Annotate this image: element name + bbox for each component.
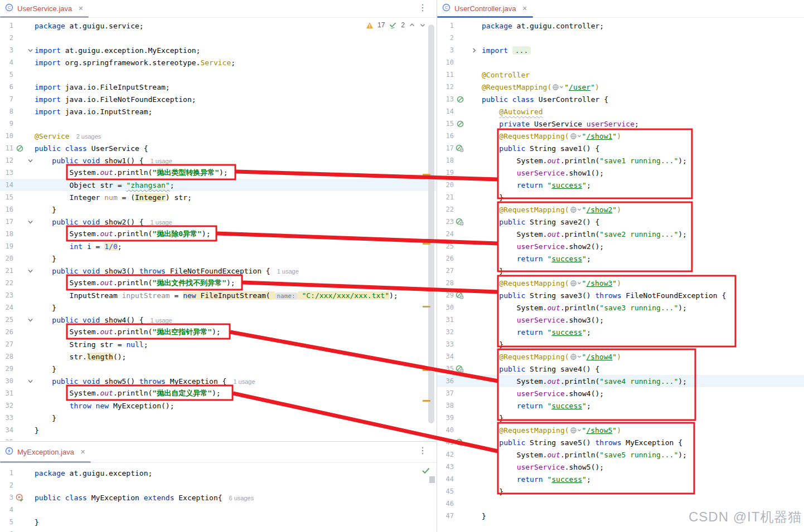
runnable-class-icon[interactable] — [13, 494, 26, 502]
code-text[interactable]: } — [35, 365, 436, 373]
line-number[interactable]: 14 — [0, 181, 13, 189]
line-number[interactable]: 1 — [0, 469, 13, 477]
code-text[interactable]: return "success"; — [482, 255, 804, 263]
line-number[interactable]: 30 — [0, 377, 13, 385]
line-number[interactable]: 6 — [0, 83, 13, 91]
line-number[interactable]: 15 — [0, 193, 13, 201]
usage-hint[interactable]: 1 usage — [277, 268, 299, 275]
code-text[interactable]: @RequestMapping("/show2") — [482, 206, 804, 214]
line-number[interactable]: 4 — [0, 58, 13, 66]
line-number[interactable]: 28 — [437, 279, 454, 287]
code-area-userservice[interactable]: 1package at.guigu.service;23import at.gu… — [0, 18, 436, 441]
code-text[interactable]: String str = null; — [35, 340, 436, 349]
line-number[interactable]: 32 — [437, 328, 454, 336]
code-text[interactable]: import java.io.FileInputStream; — [35, 83, 436, 91]
line-number[interactable]: 31 — [0, 389, 13, 397]
line-number[interactable]: 3 — [0, 46, 13, 54]
request-mapping-icon[interactable] — [454, 144, 466, 153]
code-text[interactable]: userService.show1(); — [482, 169, 804, 177]
line-number[interactable]: 19 — [437, 169, 454, 177]
url-globe-icon[interactable] — [570, 133, 582, 140]
code-text[interactable]: } — [482, 487, 804, 496]
close-icon[interactable]: ✕ — [78, 5, 83, 12]
line-number[interactable]: 36 — [437, 377, 454, 385]
line-number[interactable]: 29 — [0, 365, 13, 373]
line-number[interactable]: 35 — [0, 438, 13, 441]
code-text[interactable]: throw new MyException(); — [35, 402, 436, 410]
line-number[interactable]: 18 — [437, 157, 454, 164]
line-number[interactable]: 33 — [437, 340, 454, 348]
line-number[interactable]: 41 — [437, 438, 454, 446]
line-number[interactable]: 27 — [0, 340, 13, 348]
more-options-icon[interactable]: ⋮ — [418, 445, 427, 456]
request-mapping-icon[interactable] — [454, 218, 466, 226]
line-number[interactable]: 18 — [0, 230, 13, 238]
warning-stripe-mark[interactable] — [423, 400, 430, 402]
code-text[interactable]: return "success"; — [482, 328, 804, 336]
code-text[interactable]: import java.io.InputStream; — [35, 108, 436, 116]
tab-usercontroller[interactable]: C UserController.java ✕ — [437, 0, 533, 17]
usage-hint[interactable]: 1 usage — [151, 158, 172, 164]
fold-toggle-icon[interactable] — [466, 47, 482, 53]
fold-toggle-icon[interactable] — [26, 378, 35, 384]
code-text[interactable]: @RequestMapping("/show4") — [482, 353, 804, 361]
code-text[interactable]: } — [35, 518, 436, 526]
line-number[interactable]: 31 — [437, 316, 454, 324]
code-text[interactable]: @RequestMapping("/show3") — [482, 279, 804, 287]
fold-toggle-icon[interactable] — [26, 158, 35, 164]
tab-userservice[interactable]: C UserService.java ✕ — [0, 0, 89, 17]
warning-stripe-mark[interactable] — [423, 306, 430, 308]
line-number[interactable]: 10 — [437, 58, 454, 66]
line-number[interactable]: 23 — [437, 218, 454, 226]
line-number[interactable]: 11 — [0, 144, 13, 152]
code-text[interactable]: System.out.println("抛出自定义异常"); — [35, 388, 436, 398]
code-area-usercontroller[interactable]: 1package at.guigu.controller;23import ..… — [437, 18, 804, 522]
code-text[interactable]: public void show3() throws FileNotFoundE… — [35, 267, 436, 275]
line-number[interactable]: 46 — [437, 500, 454, 507]
line-number[interactable]: 28 — [0, 353, 13, 360]
code-text[interactable]: System.out.println("save1 running..."); — [482, 157, 804, 165]
code-text[interactable]: } — [35, 255, 436, 263]
line-number[interactable]: 15 — [437, 120, 454, 128]
fold-toggle-icon[interactable] — [26, 47, 35, 53]
line-number[interactable]: 5 — [0, 518, 13, 526]
spring-bean-icon[interactable] — [13, 145, 26, 152]
code-text[interactable]: } — [482, 193, 804, 202]
line-number[interactable]: 22 — [437, 206, 454, 213]
code-text[interactable]: } — [35, 426, 436, 435]
code-text[interactable]: package at.guigu.exception; — [35, 469, 436, 477]
line-number[interactable]: 32 — [0, 402, 13, 409]
code-text[interactable]: public String save1() { — [482, 144, 804, 153]
line-number[interactable]: 35 — [437, 365, 454, 373]
usage-hint[interactable]: 1 usage — [151, 219, 172, 226]
code-text[interactable]: } — [35, 206, 436, 214]
line-number[interactable]: 14 — [437, 108, 454, 115]
line-number[interactable]: 5 — [0, 71, 13, 79]
code-text[interactable]: userService.show4(); — [482, 389, 804, 398]
line-number[interactable]: 1 — [0, 22, 13, 30]
line-number[interactable]: 12 — [0, 157, 13, 164]
line-number[interactable]: 24 — [437, 230, 454, 238]
line-number[interactable]: 42 — [437, 451, 454, 458]
line-number[interactable]: 44 — [437, 475, 454, 483]
code-text[interactable]: public void show2() {1 usage — [35, 218, 436, 226]
line-number[interactable]: 30 — [437, 304, 454, 311]
spring-bean-icon[interactable] — [454, 96, 466, 103]
code-text[interactable]: public class UserService { — [35, 144, 436, 153]
code-text[interactable]: public String save3() throws FileNotFoun… — [482, 291, 804, 300]
url-globe-icon[interactable] — [570, 427, 582, 434]
code-text[interactable]: userService.show2(); — [482, 242, 804, 251]
line-number[interactable]: 13 — [437, 95, 454, 103]
code-text[interactable]: public String save4() { — [482, 365, 804, 373]
line-number[interactable]: 21 — [437, 193, 454, 201]
fold-toggle-icon[interactable] — [26, 317, 35, 323]
line-number[interactable]: 10 — [0, 132, 13, 140]
line-number[interactable]: 19 — [0, 242, 13, 250]
next-problem-icon[interactable] — [419, 22, 426, 28]
line-number[interactable]: 16 — [437, 132, 454, 140]
code-text[interactable]: System.out.println("抛出空指针异常"); — [35, 327, 436, 337]
code-text[interactable]: System.out.println("抛出类型转换异常"); — [35, 168, 436, 178]
code-text[interactable]: @RequestMapping("/user") — [482, 83, 804, 91]
code-text[interactable]: System.out.println("save5 running..."); — [482, 451, 804, 459]
more-options-icon[interactable]: ⋮ — [418, 2, 427, 13]
